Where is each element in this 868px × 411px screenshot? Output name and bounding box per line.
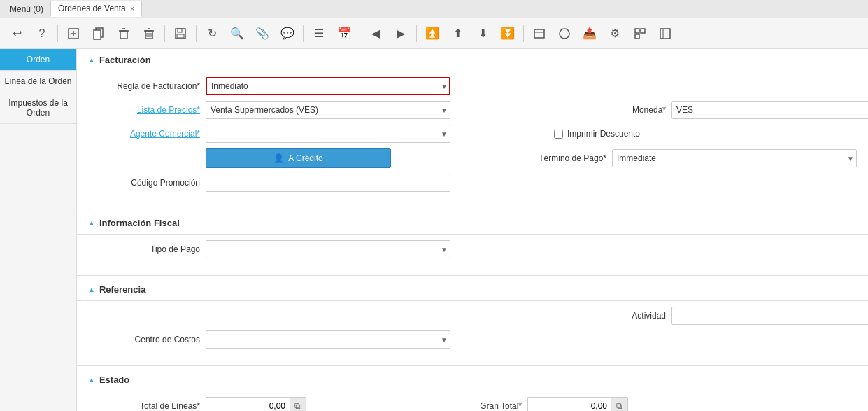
- save-button[interactable]: [169, 22, 192, 45]
- list-button[interactable]: ☰: [308, 22, 330, 45]
- svg-point-19: [560, 29, 569, 39]
- termino-pago-select[interactable]: Immediate 15 días 30 días: [612, 149, 857, 167]
- regla-facturacion-select[interactable]: Inmediato: [206, 77, 450, 95]
- toolbar-separator-4: [303, 25, 304, 42]
- fiscal-title: Información Fiscal: [99, 218, 180, 228]
- undo-button[interactable]: ↩: [6, 22, 28, 45]
- facturacion-form: Regla de Facturación* Inmediato ▼ Lista …: [77, 74, 868, 206]
- fiscal-arrow-icon: ▲: [88, 219, 95, 227]
- referencia-top-divider: [77, 275, 868, 276]
- centro-costos-row: Centro de Costos ▼: [88, 330, 857, 349]
- total-lineas-label: Total de Líneas*: [88, 401, 200, 411]
- credito-termino-row: 👤 A Crédito Término de Pago* Immediate 1…: [88, 148, 857, 168]
- credito-icon: 👤: [273, 153, 284, 163]
- delete2-button[interactable]: [138, 22, 160, 45]
- toolbar-separator-2: [164, 25, 165, 42]
- toolbar-separator-6: [416, 25, 417, 42]
- fiscal-top-divider: [77, 209, 868, 209]
- tipo-pago-row: Tipo de Pago ▼: [88, 240, 857, 258]
- total-lineas-copy-button[interactable]: ⧉: [290, 397, 306, 411]
- lista-label[interactable]: Lista de Precios*: [88, 105, 200, 115]
- nav-last-button[interactable]: ⏬: [497, 22, 519, 45]
- centro-costos-select[interactable]: [206, 330, 450, 349]
- sidebar-item-orden[interactable]: Orden: [0, 49, 76, 71]
- search-button[interactable]: 🔍: [226, 22, 248, 45]
- codigo-promo-row: Código Promoción: [88, 174, 857, 192]
- toolbar: ↩ ? ↻ 🔍 📎 💬 ☰ 📅 ◀ ▶ ⏫ ⬆ ⬇ ⏬ 📤 ⚙: [0, 18, 868, 49]
- toolbar-separator-5: [360, 25, 360, 42]
- gran-total-copy-button[interactable]: ⧉: [611, 397, 628, 411]
- copy-button[interactable]: [87, 22, 110, 45]
- agente-comercial-select[interactable]: [206, 125, 450, 143]
- estado-top-divider: [77, 365, 868, 366]
- estado-title: Estado: [99, 375, 129, 385]
- extra6-button[interactable]: [654, 22, 676, 45]
- total-lineas-input[interactable]: 0,00: [206, 397, 290, 411]
- section-facturacion-header: ▲ Facturación: [77, 49, 868, 68]
- main-layout: Orden Línea de la Orden Impuestos de la …: [0, 49, 868, 411]
- moneda-label: Moneda*: [554, 105, 666, 115]
- help-button[interactable]: ?: [31, 22, 53, 45]
- svg-rect-21: [641, 29, 645, 33]
- nav-up-button[interactable]: ⬆: [446, 22, 469, 45]
- termino-label: Término de Pago*: [495, 153, 606, 163]
- extra2-button[interactable]: [553, 22, 576, 45]
- extra1-button[interactable]: [528, 22, 550, 45]
- regla-label: Regla de Facturación*: [88, 81, 200, 91]
- tipo-pago-select-wrapper: ▼: [206, 240, 450, 258]
- actividad-row: Actividad ▼: [88, 307, 857, 325]
- tab-close-icon[interactable]: ×: [130, 4, 134, 13]
- nav-next-button[interactable]: ▶: [390, 22, 412, 45]
- agente-label[interactable]: Agente Comercial*: [88, 129, 200, 139]
- lista-precios-select[interactable]: Venta Supermercados (VES): [206, 101, 450, 119]
- svg-rect-5: [120, 31, 127, 39]
- estado-form: Total de Líneas* 0,00 ⧉ Gran Total* 0,00…: [77, 394, 868, 411]
- nav-prev-button[interactable]: ◀: [364, 22, 387, 45]
- section-estado-header: ▲ Estado: [77, 369, 868, 388]
- tab-label: Órdenes de Venta: [58, 4, 126, 13]
- extra3-button[interactable]: 📤: [578, 22, 601, 45]
- centro-label: Centro de Costos: [88, 335, 200, 344]
- referencia-arrow-icon: ▲: [88, 286, 95, 293]
- extra5-button[interactable]: [629, 22, 651, 45]
- actividad-select-wrapper: ▼: [671, 307, 868, 325]
- nav-down-button[interactable]: ⬇: [471, 22, 494, 45]
- imprimir-descuento-checkbox[interactable]: [554, 130, 563, 139]
- centro-select-wrapper: ▼: [206, 330, 450, 349]
- notes-button[interactable]: 💬: [276, 22, 299, 45]
- referencia-form: Actividad ▼ Centro de Costos: [77, 304, 868, 363]
- referencia-title: Referencia: [99, 284, 145, 295]
- sidebar-item-linea-orden[interactable]: Línea de la Orden: [0, 71, 76, 92]
- sidebar-item-impuestos[interactable]: Impuestos de la Orden: [0, 92, 76, 124]
- nav-first-button[interactable]: ⏫: [421, 22, 443, 45]
- moneda-select[interactable]: VES USD: [671, 101, 868, 119]
- tipo-pago-select[interactable]: [206, 240, 450, 258]
- extra4-button[interactable]: ⚙: [604, 22, 626, 45]
- attach-button[interactable]: 📎: [251, 22, 273, 45]
- delete1-button[interactable]: [113, 22, 135, 45]
- tab-menu[interactable]: Menú (0): [3, 1, 50, 17]
- section-fiscal-header: ▲ Información Fiscal: [77, 212, 868, 231]
- termino-select-wrapper: Immediate 15 días 30 días ▼: [612, 149, 857, 167]
- svg-rect-4: [94, 30, 101, 39]
- actividad-select[interactable]: [671, 307, 868, 325]
- acredito-button[interactable]: 👤 A Crédito: [206, 148, 391, 168]
- content-area: ▲ Facturación Regla de Facturación* Inme…: [77, 49, 868, 411]
- svg-rect-20: [635, 29, 639, 33]
- toolbar-separator-1: [57, 25, 58, 42]
- facturacion-arrow-icon: ▲: [88, 56, 95, 64]
- svg-rect-16: [177, 34, 184, 38]
- refresh-button[interactable]: ↻: [201, 22, 223, 45]
- imprimir-descuento-label: Imprimir Descuento: [554, 129, 640, 139]
- calendar-button[interactable]: 📅: [333, 22, 355, 45]
- svg-rect-17: [534, 29, 544, 38]
- estado-divider: [77, 391, 868, 391]
- tab-ordenes-venta[interactable]: Órdenes de Venta ×: [50, 1, 142, 17]
- codigo-promo-input[interactable]: [206, 174, 450, 192]
- new-button[interactable]: [62, 22, 85, 45]
- agente-row: Agente Comercial* ▼ Imprimir Descuento: [88, 125, 857, 143]
- toolbar-separator-7: [523, 25, 524, 42]
- svg-rect-22: [635, 34, 639, 39]
- svg-rect-23: [660, 29, 670, 39]
- gran-total-input[interactable]: 0,00: [527, 397, 611, 411]
